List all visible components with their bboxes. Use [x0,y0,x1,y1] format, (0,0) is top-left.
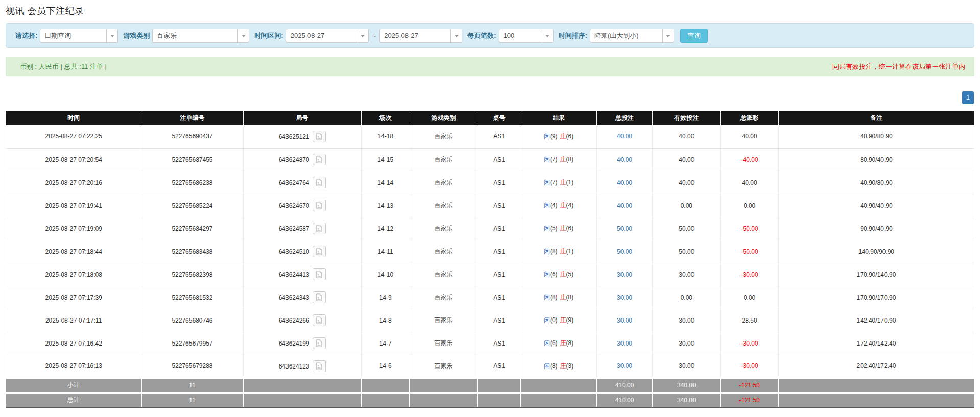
result-player-label: 闲 [544,293,550,301]
total-bet-link[interactable]: 50.00 [617,225,632,232]
total-bet-link[interactable]: 30.00 [617,362,632,370]
cell-game-type: 百家乐 [410,240,477,263]
total-bet-link[interactable]: 40.00 [617,202,632,209]
round-number: 643624343 [279,294,309,301]
time-sort-select[interactable]: 降冪(由大到小) [590,29,674,43]
total-bet-link[interactable]: 30.00 [617,271,632,278]
result-banker-score: (8) [566,293,574,301]
cell-total-bet: 30.00 [596,355,653,378]
column-header: 结果 [521,111,596,125]
total-bet-link[interactable]: 30.00 [617,340,632,347]
cell-round: 643624413 [243,263,361,286]
table-row: 2025-08-27 07:19:41522765685224643624670… [6,194,974,217]
chevron-down-icon[interactable] [450,29,462,42]
cell-time: 2025-08-27 07:20:16 [6,171,141,194]
cell-bet-id: 522765685224 [141,194,243,217]
cell-valid-bet: 30.00 [653,309,721,332]
cell-table-no: AS1 [477,355,521,378]
cell-payout: 40.00 [721,171,779,194]
cell-table-no: AS1 [477,263,521,286]
chevron-down-icon[interactable] [662,29,674,42]
total-bet-link[interactable]: 50.00 [617,248,632,255]
round-image-button[interactable] [313,131,326,142]
cell-total-bet: 40.00 [596,125,653,148]
cell-bet-id: 522765684297 [141,217,243,240]
cell-bet-id: 522765682398 [141,263,243,286]
cell-bet-id: 522765690437 [141,125,243,148]
cell-valid-bet: 50.00 [653,240,721,263]
cell-time: 2025-08-27 07:20:54 [6,148,141,171]
footer-empty-cell [778,378,974,393]
chevron-down-icon[interactable] [106,29,117,42]
cell-round: 643624123 [243,355,361,378]
summary-note: 同局有效投注，统一计算在该局第一张注单内 [832,62,965,71]
result-banker-label: 庄 [560,225,566,232]
footer-empty-cell [243,393,361,407]
page-title: 视讯 会员下注纪录 [6,0,974,17]
round-image-button[interactable] [313,314,326,326]
footer-label: 总计 [6,393,141,407]
cell-game-type: 百家乐 [410,286,477,309]
chevron-down-icon[interactable] [542,29,553,42]
cell-bet-id: 522765686238 [141,171,243,194]
round-image-button[interactable] [313,154,326,165]
round-image-button[interactable] [313,223,326,234]
result-banker-label: 庄 [560,133,566,140]
cell-valid-bet: 40.00 [653,171,721,194]
cell-game-type: 百家乐 [410,125,477,148]
footer-empty-cell [410,393,477,407]
cell-round: 643625121 [243,125,361,148]
table-row: 2025-08-27 07:18:08522765682398643624413… [6,263,974,286]
cell-game-type: 百家乐 [410,263,477,286]
cell-remark: 170.90/170.90 [778,286,974,309]
footer-total-bet: 410.00 [596,378,653,393]
cell-valid-bet: 30.00 [653,355,721,378]
search-button[interactable]: 查询 [680,29,708,43]
cell-total-bet: 40.00 [596,148,653,171]
cell-remark: 80.90/40.90 [778,148,974,171]
query-type-select[interactable]: 日期查询 [40,29,118,43]
cell-bet-id: 522765679288 [141,355,243,378]
total-bet-link[interactable]: 30.00 [617,317,632,324]
game-type-value: 百家乐 [153,29,237,42]
summary-bar: 币别 : 人民币 | 总共 :11 注单 | 同局有效投注，统一计算在该局第一张… [6,57,974,76]
round-image-button[interactable] [313,268,326,280]
date-from-select[interactable]: 2025-08-27 [286,29,369,43]
round-image-button[interactable] [313,291,326,303]
round-image-button[interactable] [313,360,326,372]
result-player-score: (0) [550,316,558,324]
footer-empty-cell [361,378,410,393]
date-to-select[interactable]: 2025-08-27 [379,29,462,43]
chevron-down-icon[interactable] [357,29,368,42]
round-number: 643624870 [279,156,309,163]
result-banker-label: 庄 [560,202,566,209]
cell-table-no: AS1 [477,125,521,148]
result-banker-score: (8) [566,156,574,163]
round-image-button[interactable] [313,246,326,257]
cell-round: 643624870 [243,148,361,171]
result-player-label: 闲 [544,248,550,255]
cell-round: 643624199 [243,332,361,355]
footer-empty-cell [521,378,596,393]
total-bet-link[interactable]: 30.00 [617,294,632,301]
column-header: 桌号 [477,111,521,125]
cell-valid-bet: 30.00 [653,332,721,355]
game-type-select[interactable]: 百家乐 [152,29,249,43]
cell-time: 2025-08-27 07:18:44 [6,240,141,263]
total-bet-link[interactable]: 40.00 [617,179,632,186]
round-image-button[interactable] [313,177,326,188]
footer-count: 11 [141,393,243,407]
round-number: 643624764 [279,179,309,186]
page: 视讯 会员下注纪录 请选择: 日期查询 游戏类别 百家乐 时间区间: 2025-… [0,0,980,408]
round-image-button[interactable] [313,337,326,349]
total-bet-link[interactable]: 40.00 [617,133,632,140]
total-bet-link[interactable]: 40.00 [617,156,632,163]
chevron-down-icon[interactable] [237,29,249,42]
pagination: 1 [6,91,974,104]
round-image-button[interactable] [313,200,326,211]
subtotal-row: 小计11410.00340.00-121.50 [6,378,974,393]
per-page-select[interactable]: 100 [499,29,554,43]
page-button-1[interactable]: 1 [962,91,974,104]
per-page-label: 每页笔数: [467,31,496,40]
column-header: 场次 [361,111,410,125]
